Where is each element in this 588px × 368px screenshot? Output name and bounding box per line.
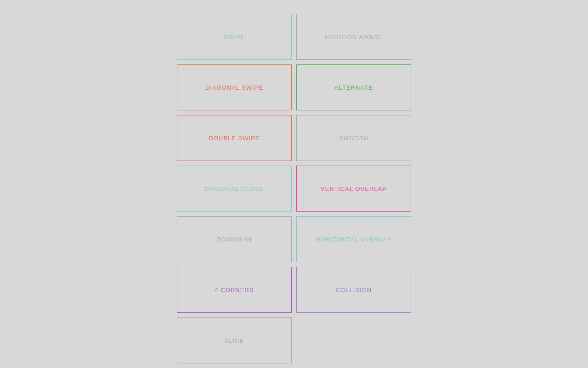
card-horizontal-overlap[interactable]: HORIZONTAL OVERLAP <box>296 216 411 262</box>
card-label-swipe: SWIPE <box>224 34 245 40</box>
card-label-collision: COLLISION <box>336 287 372 293</box>
card-vertical-overlap[interactable]: VERTICAL OVERLAP <box>296 166 411 212</box>
card-4-corners[interactable]: 4 CORNERS <box>177 267 292 313</box>
card-double-swipe[interactable]: DOUBLE SWIPE <box>177 115 292 161</box>
card-label-zoning-in: ZONING IN <box>217 236 252 243</box>
card-label-position-aware: POSITION AWARE <box>325 34 383 40</box>
card-diagonal-close[interactable]: DIAGONAL CLOSE <box>177 166 292 212</box>
card-label-4-corners: 4 CORNERS <box>215 287 254 293</box>
card-label-diagonal-close: DIAGONAL CLOSE <box>205 185 264 192</box>
card-label-slice: SLICE <box>225 337 244 344</box>
card-label-diagonal-swipe: DIAGONAL SWIPE <box>205 84 263 91</box>
card-alternate[interactable]: ALTERNATE <box>296 64 411 110</box>
card-label-smoosh: SMOOSH <box>339 135 368 142</box>
card-zoning-in[interactable]: ZONING IN <box>177 216 292 262</box>
card-slice[interactable]: SLICE <box>177 317 292 363</box>
card-collision[interactable]: COLLISION <box>296 267 411 313</box>
card-position-aware[interactable]: POSITION AWARE <box>296 14 411 60</box>
card-label-double-swipe: DOUBLE SWIPE <box>209 135 260 142</box>
card-swipe[interactable]: SWIPE <box>177 14 292 60</box>
card-label-horizontal-overlap: HORIZONTAL OVERLAP <box>316 236 391 243</box>
card-smoosh[interactable]: SMOOSH <box>296 115 411 161</box>
card-label-alternate: ALTERNATE <box>334 84 373 91</box>
card-diagonal-swipe[interactable]: DIAGONAL SWIPE <box>177 64 292 110</box>
transitions-grid: SWIPEPOSITION AWAREDIAGONAL SWIPEALTERNA… <box>172 9 416 368</box>
card-label-vertical-overlap: VERTICAL OVERLAP <box>321 185 387 192</box>
